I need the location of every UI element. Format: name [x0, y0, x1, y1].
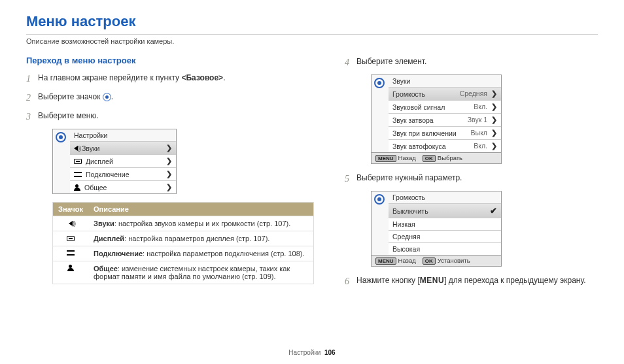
menu-row-value: Средняя: [460, 90, 487, 97]
menu-row[interactable]: Выключить✔: [389, 203, 501, 218]
page-title: Меню настроек: [26, 13, 598, 30]
step-5-text: Выберите нужный параметр.: [356, 172, 598, 184]
camera-menu-volume: Громкость Выключить✔НизкаяСредняяВысокая…: [371, 191, 502, 267]
step-number: 1: [26, 72, 38, 86]
menu-row[interactable]: Звуковой сигналВкл.❯: [389, 100, 501, 113]
menu-tag-icon: MENU: [375, 257, 396, 265]
menu-title: Настройки: [70, 129, 176, 141]
menu-row[interactable]: Звук затвораЗвук 1❯: [389, 113, 501, 126]
step-4-text: Выберите элемент.: [356, 56, 598, 67]
table-header-desc: Описание: [88, 203, 314, 216]
gear-icon: [56, 132, 66, 142]
chevron-right-icon: ❯: [166, 170, 172, 178]
desc-text: : изменение системных настроек камеры, т…: [94, 265, 290, 280]
chevron-right-icon: ❯: [491, 142, 497, 150]
menu-row-label: Звук затвора: [392, 116, 434, 124]
step-number: 6: [345, 274, 356, 288]
display-icon: [67, 236, 75, 241]
menu-footer: MENUНазад OKУстановить: [372, 255, 501, 266]
speaker-icon: [69, 221, 73, 226]
camera-menu-sounds: Звуки ГромкостьСредняя❯Звуковой сигналВк…: [371, 74, 502, 164]
step-3-text: Выберите меню.: [38, 110, 312, 122]
table-row: Подключение: настройка параметров подклю…: [53, 246, 314, 261]
section-heading: Переход в меню настроек: [26, 56, 312, 65]
menu-row-value: Вкл.: [474, 103, 487, 110]
menu-row-label: Дисплей: [86, 157, 113, 165]
desc-label: Подключение: [94, 250, 143, 257]
menu-row-label: Звуки: [82, 144, 99, 152]
menu-footer: MENUНазад OKВыбрать: [372, 152, 501, 163]
display-icon: [74, 159, 82, 164]
menu-row-label: Звуковой сигнал: [392, 103, 445, 111]
menu-row-label: Низкая: [392, 220, 415, 228]
menu-row-value: Выкл: [471, 129, 487, 137]
chevron-right-icon: ❯: [166, 144, 172, 152]
step-number: 5: [345, 172, 356, 186]
table-row: Общее: изменение системных настроек каме…: [53, 261, 314, 284]
desc-label: Дисплей: [94, 235, 124, 242]
menu-row[interactable]: Низкая: [389, 218, 501, 230]
camera-menu-settings: Настройки Звуки❯Дисплей❯Подключение❯Обще…: [52, 129, 177, 194]
menu-row[interactable]: Средняя: [389, 230, 501, 242]
menu-row[interactable]: Звуки❯: [70, 141, 176, 154]
menu-row-value: Звук 1: [468, 116, 487, 124]
gear-icon: [103, 93, 111, 101]
page-footer: Настройки 106: [0, 349, 624, 356]
menu-row[interactable]: Звук при включенииВыкл❯: [389, 126, 501, 139]
gear-icon: [374, 194, 385, 205]
menu-row-label: Звук при включении: [392, 129, 457, 137]
menu-title: Звуки: [389, 75, 501, 87]
desc-text: : настройка звуков камеры и их громкости…: [114, 220, 291, 227]
menu-row[interactable]: Подключение❯: [70, 167, 176, 180]
table-header-icon: Значок: [53, 203, 89, 216]
desc-text: : настройка параметров подключения (стр.…: [143, 250, 304, 257]
step-number: 4: [345, 56, 356, 69]
icon-description-table: Значок Описание Звуки: настройка звуков …: [52, 202, 314, 284]
chevron-right-icon: ❯: [166, 157, 172, 165]
chevron-right-icon: ❯: [166, 183, 172, 191]
step-number: 3: [26, 110, 38, 124]
check-icon: ✔: [490, 206, 497, 216]
menu-row-label: Звук автофокуса: [392, 142, 446, 150]
menu-row-label: Общее: [84, 184, 107, 191]
menu-row-label: Подключение: [86, 171, 130, 178]
chevron-right-icon: ❯: [491, 103, 497, 110]
chevron-right-icon: ❯: [491, 90, 497, 97]
table-row: Звуки: настройка звуков камеры и их гром…: [53, 216, 314, 231]
step-6-text: Нажмите кнопку [MENU] для перехода к пре…: [356, 274, 598, 286]
menu-row-value: Вкл.: [474, 142, 487, 150]
menu-tag-icon: MENU: [375, 155, 396, 162]
menu-row-label: Высокая: [392, 245, 420, 253]
step-1-text: На главном экране перейдите к пункту <Ба…: [38, 72, 312, 84]
menu-row[interactable]: Дисплей❯: [70, 154, 176, 167]
desc-text: : настройка параметров дисплея (стр. 107…: [124, 235, 269, 242]
table-row: Дисплей: настройка параметров дисплея (с…: [53, 231, 314, 246]
desc-label: Общее: [94, 265, 118, 273]
page-subtitle: Описание возможностей настройки камеры.: [26, 34, 598, 45]
person-icon: [74, 184, 80, 191]
step-2-text: Выберите значок .: [38, 91, 312, 103]
person-icon: [67, 265, 74, 271]
menu-row-label: Средняя: [392, 233, 420, 240]
menu-row[interactable]: ГромкостьСредняя❯: [389, 87, 501, 100]
menu-row[interactable]: Звук автофокусаВкл.❯: [389, 139, 501, 152]
menu-row-label: Громкость: [392, 90, 425, 98]
connect-icon: [74, 171, 82, 178]
chevron-right-icon: ❯: [491, 129, 497, 137]
menu-row-label: Выключить: [392, 207, 428, 215]
step-number: 2: [26, 91, 38, 105]
menu-row[interactable]: Высокая: [389, 242, 501, 255]
connect-icon: [67, 250, 75, 256]
speaker-icon: [74, 146, 78, 151]
ok-tag-icon: OK: [423, 257, 436, 265]
chevron-right-icon: ❯: [491, 116, 497, 124]
desc-label: Звуки: [94, 220, 114, 227]
menu-row[interactable]: Общее❯: [70, 180, 176, 193]
menu-title: Громкость: [389, 191, 501, 203]
gear-icon: [374, 78, 385, 88]
ok-tag-icon: OK: [423, 155, 436, 162]
